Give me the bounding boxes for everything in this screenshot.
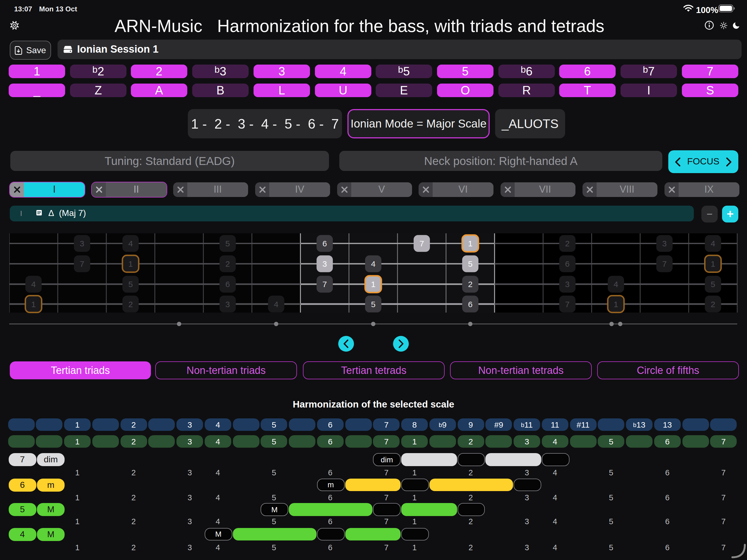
svg-text:3: 3 <box>80 239 84 248</box>
svg-text:6: 6 <box>323 239 327 248</box>
svg-text:3: 3 <box>225 300 230 309</box>
svg-text:7: 7 <box>419 239 424 248</box>
svg-text:5: 5 <box>468 259 472 268</box>
svg-text:7: 7 <box>80 259 84 268</box>
svg-text:7: 7 <box>565 300 570 309</box>
svg-text:5: 5 <box>128 280 133 289</box>
svg-text:4: 4 <box>31 280 36 289</box>
svg-text:1: 1 <box>711 259 715 268</box>
svg-text:6: 6 <box>468 300 472 309</box>
svg-text:4: 4 <box>614 280 618 289</box>
svg-text:5: 5 <box>711 280 715 289</box>
svg-text:5: 5 <box>225 239 230 248</box>
svg-text:1: 1 <box>128 259 133 268</box>
svg-text:1: 1 <box>31 300 36 309</box>
svg-text:7: 7 <box>662 259 667 268</box>
svg-text:4: 4 <box>711 239 715 248</box>
svg-text:3: 3 <box>662 239 667 248</box>
svg-text:4: 4 <box>274 300 279 309</box>
svg-text:5: 5 <box>371 300 376 309</box>
svg-text:6: 6 <box>565 259 570 268</box>
svg-text:2: 2 <box>711 300 715 309</box>
svg-text:2: 2 <box>225 259 230 268</box>
svg-text:2: 2 <box>565 239 570 248</box>
svg-text:3: 3 <box>323 259 327 268</box>
svg-text:2: 2 <box>128 300 133 309</box>
svg-text:3: 3 <box>565 280 570 289</box>
svg-text:7: 7 <box>323 280 327 289</box>
svg-text:1: 1 <box>468 239 472 248</box>
svg-text:2: 2 <box>468 280 472 289</box>
svg-text:6: 6 <box>225 280 230 289</box>
svg-text:4: 4 <box>128 239 133 248</box>
svg-text:1: 1 <box>371 280 376 289</box>
svg-text:4: 4 <box>371 259 376 268</box>
svg-text:1: 1 <box>614 300 618 309</box>
